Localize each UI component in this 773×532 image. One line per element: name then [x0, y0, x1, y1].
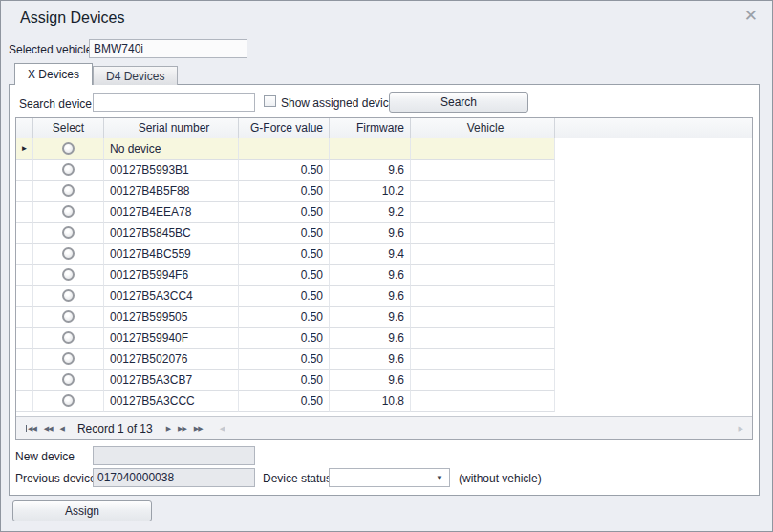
select-cell[interactable]	[33, 138, 104, 160]
firmware-cell: 9.6	[330, 223, 411, 244]
radio-button[interactable]	[62, 226, 75, 239]
close-icon[interactable]: ✕	[744, 8, 758, 24]
select-cell[interactable]	[33, 370, 104, 391]
firmware-cell: 10.8	[330, 391, 411, 412]
device-status-dropdown[interactable]: ▼	[329, 468, 450, 487]
record-count-text: Record 1 of 13	[68, 422, 162, 436]
select-cell[interactable]	[33, 349, 104, 370]
select-cell[interactable]	[33, 328, 104, 349]
table-row[interactable]: 00127B5A3CCC0.5010.8	[16, 391, 752, 412]
table-row[interactable]: 00127B4BC5590.509.4	[16, 244, 752, 265]
table-row[interactable]: 00127B5020760.509.6	[16, 349, 752, 370]
grid-pager: ◀◀ ◀◀ ◀ Record 1 of 13 ▶ ▶▶ ▶▶ ◀ ▶	[16, 416, 752, 439]
radio-button[interactable]	[62, 373, 75, 386]
radio-button[interactable]	[62, 289, 75, 302]
vehicle-cell	[411, 328, 555, 349]
select-cell[interactable]	[33, 286, 104, 307]
next-page-button[interactable]: ▶▶	[174, 417, 190, 439]
header-gforce-value[interactable]: G-Force value	[239, 118, 330, 138]
firmware-cell: 10.2	[330, 181, 411, 202]
select-cell[interactable]	[33, 307, 104, 328]
vehicle-cell	[411, 138, 555, 160]
header-filler	[555, 118, 752, 138]
tab-d4-devices[interactable]: D4 Devices	[93, 66, 178, 85]
table-row[interactable]: 00127B5994F60.509.6	[16, 265, 752, 286]
row-filler	[555, 391, 752, 412]
header-firmware[interactable]: Firmware	[330, 118, 411, 138]
select-cell[interactable]	[33, 202, 104, 223]
radio-button[interactable]	[62, 331, 75, 344]
header-vehicle[interactable]: Vehicle	[411, 118, 555, 138]
serial-number-cell: 00127B5845BC	[104, 223, 239, 244]
grid-body: ►No device00127B5993B10.509.600127B4B5F8…	[16, 138, 752, 416]
vehicle-cell	[411, 349, 555, 370]
select-cell[interactable]	[33, 391, 104, 412]
table-row[interactable]: 00127B5A3CB70.509.6	[16, 370, 752, 391]
firmware-cell: 9.6	[330, 307, 411, 328]
table-row[interactable]: 00127B5A3CC40.509.6	[16, 286, 752, 307]
select-cell[interactable]	[33, 223, 104, 244]
table-row[interactable]: 00127B4EEA780.509.2	[16, 202, 752, 223]
search-button[interactable]: Search	[389, 92, 528, 113]
gforce-value-cell: 0.50	[239, 286, 330, 307]
radio-button[interactable]	[62, 247, 75, 260]
tab-x-devices[interactable]: X Devices	[14, 63, 93, 85]
scroll-left-icon[interactable]: ◀	[216, 417, 227, 439]
select-cell[interactable]	[33, 160, 104, 181]
gforce-value-cell: 0.50	[239, 328, 330, 349]
firmware-cell: 9.6	[330, 370, 411, 391]
assign-button[interactable]: Assign	[12, 500, 152, 521]
table-row[interactable]: 00127B5995050.509.6	[16, 307, 752, 328]
table-row[interactable]: 00127B4B5F880.5010.2	[16, 181, 752, 202]
show-assigned-checkbox[interactable]	[264, 95, 276, 107]
chevron-down-icon: ▼	[436, 474, 443, 482]
search-device-label: Search device	[19, 97, 92, 111]
serial-number-cell: 00127B5993B1	[104, 160, 239, 181]
vehicle-cell	[411, 307, 555, 328]
table-row[interactable]: 00127B5993B10.509.6	[16, 160, 752, 181]
row-indicator	[16, 223, 33, 244]
select-cell[interactable]	[33, 181, 104, 202]
scroll-right-icon[interactable]: ▶	[735, 417, 746, 439]
header-serial-number[interactable]: Serial number	[104, 118, 239, 138]
row-indicator: ►	[16, 138, 33, 160]
new-device-field	[93, 446, 255, 465]
radio-button[interactable]	[62, 205, 75, 218]
gforce-value-cell: 0.50	[239, 223, 330, 244]
table-row[interactable]: ►No device	[16, 138, 752, 160]
prev-record-button[interactable]: ◀	[56, 417, 68, 439]
radio-button[interactable]	[62, 142, 75, 155]
serial-number-cell: 00127B502076	[104, 349, 239, 370]
radio-button[interactable]	[62, 394, 75, 407]
table-row[interactable]: 00127B59940F0.509.6	[16, 328, 752, 349]
row-filler	[555, 202, 752, 223]
next-record-button[interactable]: ▶	[162, 417, 174, 439]
radio-button[interactable]	[62, 352, 75, 365]
row-filler	[555, 286, 752, 307]
header-select[interactable]: Select	[33, 118, 104, 138]
selected-vehicle-field[interactable]: BMW740i	[89, 39, 247, 58]
select-cell[interactable]	[33, 265, 104, 286]
serial-number-cell: 00127B5A3CCC	[104, 391, 239, 412]
radio-button[interactable]	[62, 163, 75, 176]
prev-page-button[interactable]: ◀◀	[40, 417, 56, 439]
gforce-value-cell: 0.50	[239, 349, 330, 370]
last-record-button[interactable]: ▶▶	[190, 417, 208, 439]
firmware-cell: 9.6	[330, 160, 411, 181]
radio-button[interactable]	[62, 184, 75, 197]
serial-number-cell: 00127B5994F6	[104, 265, 239, 286]
row-indicator	[16, 265, 33, 286]
serial-number-cell: 00127B5A3CB7	[104, 370, 239, 391]
search-input[interactable]	[93, 93, 255, 112]
row-filler	[555, 223, 752, 244]
devices-grid: Select Serial number G-Force value Firmw…	[15, 117, 753, 440]
gforce-value-cell: 0.50	[239, 181, 330, 202]
table-row[interactable]: 00127B5845BC0.509.6	[16, 223, 752, 244]
first-record-button[interactable]: ◀◀	[22, 417, 40, 439]
vehicle-cell	[411, 202, 555, 223]
select-cell[interactable]	[33, 244, 104, 265]
row-indicator	[16, 286, 33, 307]
serial-number-cell: No device	[104, 138, 239, 160]
radio-button[interactable]	[62, 268, 75, 281]
radio-button[interactable]	[62, 310, 75, 323]
